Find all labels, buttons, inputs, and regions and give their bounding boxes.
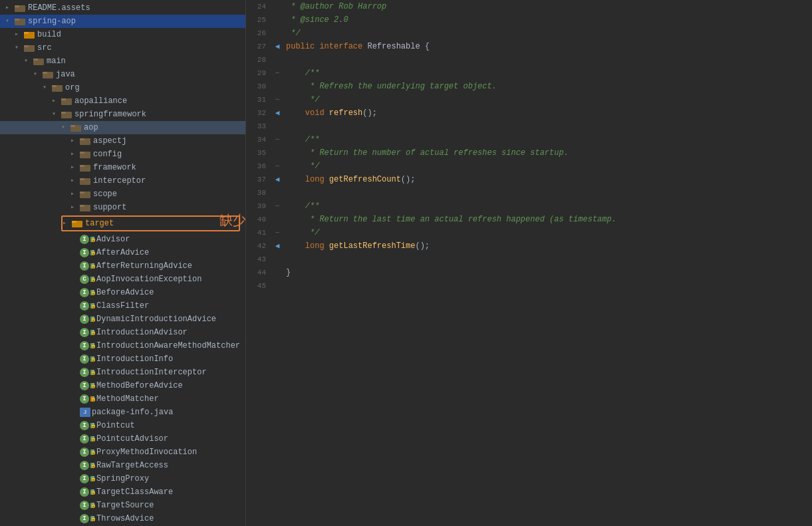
code-line-28: 28 [246,53,812,66]
arrow-readme [5,3,15,13]
tree-item-PointcutAdvisor[interactable]: I 🔒 PointcutAdvisor [0,432,245,446]
line-content-42: long getLastRefreshTime(); [283,239,812,253]
line-num-41: 41 [246,226,271,239]
tree-label-IntroductionInfo: IntroductionInfo [96,354,173,364]
gutter-34: − [271,133,283,146]
class-icon-TargetClassAware: I [80,487,89,497]
arrow-empty-16 [70,434,80,444]
class-icon-IntroductionInfo: I [80,354,89,364]
tree-label-spring-aop: spring-aop [28,17,76,26]
tree-item-AfterReturningAdvice[interactable]: I 🔒 AfterReturningAdvice [0,259,245,273]
line-num-32: 32 [246,106,271,120]
arrow-empty-11 [70,368,80,377]
class-icon-IntroductionAwareMethodMatcher: I [80,341,89,350]
target-box: target [61,215,240,231]
tree-item-aspectj[interactable]: aspectj [0,134,245,148]
tree-item-IntroductionInterceptor[interactable]: I 🔒 IntroductionInterceptor [0,366,245,379]
tree-item-MethodBeforeAdvice[interactable]: I 🔒 MethodBeforeAdvice [0,379,245,392]
code-line-40: 40 * Return the last time an actual refr… [246,213,812,226]
class-icon-AopInvocationException: C [80,275,89,284]
tree-item-TargetClassAware[interactable]: I 🔒 TargetClassAware [0,485,245,499]
tree-label-BeforeAdvice: BeforeAdvice [96,288,154,297]
line-content-40: * Return the last time an actual refresh… [283,213,812,226]
svg-rect-27 [80,178,84,180]
tree-item-main[interactable]: main [0,55,245,68]
folder-icon-springframework [61,110,72,118]
gutter-37: ◀ [271,173,283,186]
tree-item-src[interactable]: src [0,41,245,55]
arrow-src [15,43,24,53]
tree-item-IntroductionAwareMethodMatcher[interactable]: I 🔒 IntroductionAwareMethodMatcher [0,339,245,352]
tree-label-AfterAdvice: AfterAdvice [96,248,149,257]
tree-item-DynamicIntroductionAdvice[interactable]: I 🔒 DynamicIntroductionAdvice [0,313,245,326]
tree-item-support[interactable]: support [0,201,245,214]
tree-item-interceptor[interactable]: interceptor [0,174,245,188]
tree-item-ProxyMethodInvocation[interactable]: I 🔒 ProxyMethodInvocation [0,446,245,459]
class-icon-RawTargetAccess: I [80,461,89,470]
svg-rect-3 [15,19,19,21]
svg-rect-29 [80,192,84,194]
code-line-26: 26 */ [246,27,812,40]
tree-item-AfterAdvice[interactable]: I 🔒 AfterAdvice [0,246,245,259]
tree-item-ThrowsAdvice[interactable]: I 🔒 ThrowsAdvice [0,512,245,525]
tree-item-Pointcut[interactable]: I 🔒 Pointcut [0,419,245,432]
arrow-empty-13 [70,394,80,404]
tree-item-BeforeAdvice[interactable]: I 🔒 BeforeAdvice [0,286,245,299]
tree-item-MethodMatcher[interactable]: I 🔒 MethodMatcher [0,392,245,406]
tree-label-springframework: springframework [74,110,146,119]
tree-item-aop[interactable]: aop [0,121,245,134]
line-content-45 [283,279,812,293]
tree-label-AopInvocationException: AopInvocationException [96,275,202,284]
tree-item-spring-aop[interactable]: spring-aop [0,15,245,28]
tree-item-IntroductionAdvisor[interactable]: I 🔒 IntroductionAdvisor [0,326,245,339]
tree-item-springframework[interactable]: springframework [0,108,245,121]
arrow-empty-6 [70,301,80,311]
line-num-44: 44 [246,266,271,279]
arrow-java [33,70,43,79]
line-num-34: 34 [246,133,271,146]
arrow-empty-21 [70,501,80,510]
line-content-38 [283,186,812,199]
file-icon-package: J [80,408,90,417]
arrow-interceptor [70,176,80,186]
arrow-empty-17 [70,448,80,457]
tree-item-TargetSource[interactable]: I 🔒 TargetSource [0,499,245,512]
gutter-36: − [271,160,283,173]
tree-item-AopInvocationException[interactable]: C 🔒 AopInvocationException [0,273,245,286]
tree-item-package-info[interactable]: J package-info.java [0,406,245,419]
tree-label-aopalliance: aopalliance [74,96,127,106]
class-icon-ProxyMethodInvocation: I [80,448,89,457]
tree-label-ClassFilter: ClassFilter [96,301,149,311]
code-line-25: 25 * @since 2.0 [246,13,812,27]
lock-ClassFilter: 🔒 [90,303,94,309]
svg-rect-1 [15,5,19,7]
tree-item-SpringProxy[interactable]: I 🔒 SpringProxy [0,472,245,485]
tree-item-java[interactable]: java [0,68,245,81]
tree-item-org[interactable]: org [0,81,245,94]
tree-item-config[interactable]: config [0,148,245,161]
line-content-39: /** [283,199,812,213]
code-line-39: 39 − /** [246,199,812,213]
line-content-31: */ [283,93,812,106]
tree-item-aopalliance[interactable]: aopalliance [0,94,245,108]
file-tree[interactable]: README.assets spring-aop build src main [0,0,246,526]
tree-label-target: target [85,219,114,228]
tree-item-readme[interactable]: README.assets [0,1,245,15]
svg-rect-17 [61,112,66,114]
tree-item-build[interactable]: build [0,28,245,41]
arrow-empty-4 [70,275,80,284]
folder-icon-build [24,31,35,39]
code-line-31: 31 − */ [246,93,812,106]
tree-item-RawTargetAccess[interactable]: I 🔒 RawTargetAccess [0,459,245,472]
class-icon-ThrowsAdvice: I [80,514,89,523]
tree-item-ClassFilter[interactable]: I 🔒 ClassFilter [0,299,245,313]
tree-item-IntroductionInfo[interactable]: I 🔒 IntroductionInfo [0,352,245,366]
lock-Advisor: 🔒 [90,237,94,242]
annotation-text: 缺少这个包 [219,211,246,229]
tree-item-target[interactable]: target [63,217,239,230]
arrow-empty-10 [70,354,80,364]
tree-item-framework[interactable]: framework [0,161,245,174]
folder-icon-framework [80,164,90,172]
tree-item-scope[interactable]: scope [0,188,245,201]
tree-item-Advisor[interactable]: I 🔒 Advisor [0,233,245,246]
